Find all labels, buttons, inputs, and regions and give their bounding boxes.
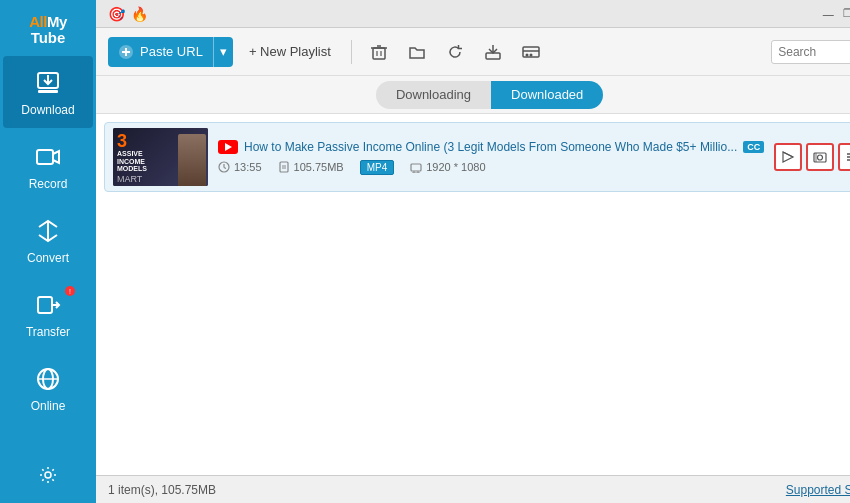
app-logo: AllMy Tube bbox=[3, 8, 93, 52]
svg-rect-2 bbox=[38, 90, 58, 93]
tab-bar: Downloading Downloaded bbox=[96, 76, 850, 114]
paste-icon bbox=[118, 44, 134, 60]
youtube-icon bbox=[218, 140, 238, 154]
clock-icon bbox=[218, 161, 230, 173]
video-title: How to Make Passive Income Online (3 Leg… bbox=[244, 140, 737, 154]
video-thumbnail: 3 ASSIVE INCOME MODELS MART bbox=[113, 128, 208, 186]
paste-url-main: Paste URL bbox=[108, 37, 214, 67]
svg-point-24 bbox=[529, 53, 532, 56]
file-icon bbox=[278, 161, 290, 173]
new-playlist-label: + New Playlist bbox=[249, 44, 331, 59]
restore-button[interactable]: ❐ bbox=[841, 7, 850, 21]
video-actions bbox=[774, 143, 850, 171]
video-item: 3 ASSIVE INCOME MODELS MART How to Make … bbox=[104, 122, 850, 192]
sidebar-transfer-label: Transfer bbox=[26, 325, 70, 339]
resolution-value: 1920 * 1080 bbox=[426, 161, 485, 173]
svg-point-23 bbox=[525, 53, 528, 56]
sidebar-bottom bbox=[3, 457, 93, 503]
download-icon bbox=[32, 67, 64, 99]
add-to-list-button[interactable] bbox=[774, 143, 802, 171]
titlebar-icon2: 🔥 bbox=[131, 6, 148, 22]
toolbar: Paste URL ▾ + New Playlist bbox=[96, 28, 850, 76]
svg-point-10 bbox=[45, 472, 51, 478]
search-input[interactable] bbox=[771, 40, 850, 64]
format-badge: MP4 bbox=[360, 160, 395, 175]
more-options-button[interactable] bbox=[838, 143, 850, 171]
supported-sites-link[interactable]: Supported Sites bbox=[786, 483, 850, 497]
resolution-icon bbox=[410, 161, 422, 173]
convert-icon bbox=[32, 215, 64, 247]
record-icon bbox=[32, 141, 64, 173]
statusbar: 1 item(s), 105.75MB Supported Sites bbox=[96, 475, 850, 503]
yt-play-triangle bbox=[225, 143, 232, 151]
main-panel: 🎯 🔥 — ❐ ✕ Paste URL ▾ + New Playlist bbox=[96, 0, 850, 503]
svg-rect-14 bbox=[373, 48, 385, 59]
thumb-mart: MART bbox=[117, 174, 142, 184]
svg-rect-31 bbox=[411, 164, 421, 171]
svg-point-36 bbox=[818, 155, 823, 160]
cc-badge: CC bbox=[743, 141, 764, 153]
meta-size: 105.75MB bbox=[278, 161, 344, 173]
sidebar-record-label: Record bbox=[29, 177, 68, 191]
video-meta: 13:55 105.75MB MP4 bbox=[218, 160, 764, 175]
video-info: How to Make Passive Income Online (3 Leg… bbox=[218, 140, 764, 175]
import-button[interactable] bbox=[478, 37, 508, 67]
tab-downloading[interactable]: Downloading bbox=[376, 81, 491, 109]
paste-url-dropdown[interactable]: ▾ bbox=[214, 37, 233, 67]
svg-rect-28 bbox=[280, 162, 288, 172]
duration-value: 13:55 bbox=[234, 161, 262, 173]
sidebar-download-label: Download bbox=[21, 103, 74, 117]
status-count: 1 item(s), 105.75MB bbox=[108, 483, 216, 497]
svg-line-27 bbox=[224, 168, 226, 169]
sidebar-item-record[interactable]: Record bbox=[3, 130, 93, 202]
paste-url-button[interactable]: Paste URL ▾ bbox=[108, 37, 233, 67]
transfer-icon bbox=[32, 289, 64, 321]
content-area: 3 ASSIVE INCOME MODELS MART How to Make … bbox=[96, 114, 850, 475]
meta-duration: 13:55 bbox=[218, 161, 262, 173]
sidebar-online-label: Online bbox=[31, 399, 66, 413]
thumb-person bbox=[178, 134, 206, 186]
size-value: 105.75MB bbox=[294, 161, 344, 173]
paste-url-label: Paste URL bbox=[140, 44, 203, 59]
online-icon bbox=[32, 363, 64, 395]
settings-button[interactable] bbox=[516, 37, 546, 67]
sidebar-convert-label: Convert bbox=[27, 251, 69, 265]
svg-rect-3 bbox=[37, 150, 53, 164]
titlebar: 🎯 🔥 — ❐ ✕ bbox=[96, 0, 850, 28]
delete-button[interactable] bbox=[364, 37, 394, 67]
sidebar-item-online[interactable]: Online bbox=[3, 352, 93, 424]
new-playlist-button[interactable]: + New Playlist bbox=[241, 37, 339, 67]
minimize-button[interactable]: — bbox=[821, 7, 835, 21]
svg-rect-5 bbox=[38, 297, 52, 313]
sidebar: AllMy Tube Download Record bbox=[0, 0, 96, 503]
settings-icon-btn[interactable] bbox=[3, 457, 93, 493]
window-controls: — ❐ ✕ bbox=[821, 7, 850, 21]
sidebar-item-download[interactable]: Download bbox=[3, 56, 93, 128]
meta-resolution: 1920 * 1080 bbox=[410, 161, 485, 173]
tab-downloaded[interactable]: Downloaded bbox=[491, 81, 603, 109]
sidebar-item-transfer[interactable]: ! Transfer bbox=[3, 278, 93, 350]
titlebar-icon1: 🎯 bbox=[108, 6, 125, 22]
folder-button[interactable] bbox=[402, 37, 432, 67]
refresh-button[interactable] bbox=[440, 37, 470, 67]
toolbar-sep1 bbox=[351, 40, 352, 64]
play-button[interactable] bbox=[806, 143, 834, 171]
video-title-row: How to Make Passive Income Online (3 Leg… bbox=[218, 140, 764, 154]
transfer-badge: ! bbox=[65, 286, 75, 296]
sidebar-item-convert[interactable]: Convert bbox=[3, 204, 93, 276]
